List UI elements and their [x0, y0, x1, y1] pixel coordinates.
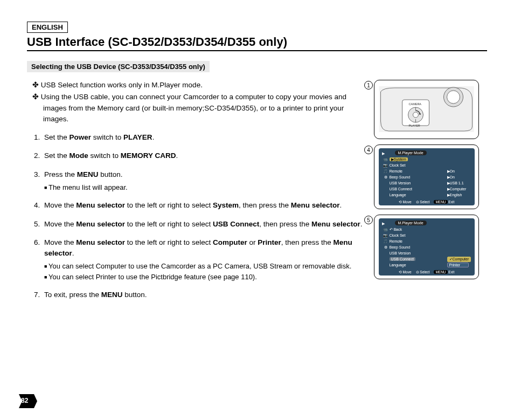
select-hint: ⊙ Select	[416, 200, 430, 204]
menu-item-label: USB Version	[390, 181, 411, 185]
menu-item-label: ↶ Back	[390, 228, 402, 231]
svg-point-2	[447, 91, 460, 104]
menu-item-icon: ⚙	[382, 175, 390, 180]
menu-item-label: Beep Sound	[390, 175, 411, 179]
step-6-note: You can select Computer to use the Camco…	[44, 261, 366, 272]
exit-hint: MENU Exit	[434, 200, 454, 204]
menu-item-label: Beep Sound	[390, 245, 411, 249]
menu-item-value: ▶Computer	[447, 187, 471, 191]
menu-item-value: ▶USB 1.1	[447, 181, 471, 185]
play-icon: ▶	[382, 222, 385, 226]
menu-footer: ⟲ Move ⊙ Select MENU Exit	[382, 200, 471, 204]
menu-item: 📹↶ Back	[382, 226, 471, 232]
move-hint: ⟲ Move	[399, 270, 412, 274]
player-label: PLAYER	[409, 124, 420, 127]
menu-item-value: ▶English	[447, 193, 471, 197]
camera-label: CAMERA	[409, 102, 422, 106]
menu-item: USB Version	[382, 250, 471, 256]
language-badge: ENGLISH	[27, 22, 68, 33]
menu-item-icon: 🎵	[382, 169, 390, 174]
menu-item-icon: 📹	[382, 157, 390, 162]
section-subheading: Selecting the USB Device (SC-D353/D354/D…	[27, 61, 210, 72]
step-3: Press the MENU button. The menu list wil…	[42, 169, 366, 193]
svg-point-5	[413, 112, 419, 118]
menu-item-label: Clock Set	[390, 163, 406, 167]
menu-mode-title: M.Player Mode	[395, 150, 427, 155]
menu-item: USB Connect✓Computer	[382, 256, 471, 262]
menu-item-icon: 📷	[382, 233, 390, 238]
menu-item: ⚙Beep Sound▶On	[382, 174, 471, 180]
page-number-badge: 82	[19, 394, 37, 408]
menu-item-value: ▶On	[447, 175, 471, 180]
menu-item: 📷Clock Set	[382, 162, 471, 168]
intro-bullets: USB Select function works only in M.Play…	[32, 80, 366, 125]
menu-item-label: Language	[390, 193, 406, 197]
figure-5: 5 ▶M.Player Mode 📹↶ Back📷Clock Set🎵Remot…	[374, 215, 487, 279]
menu-item: LanguagePrinter	[382, 262, 471, 268]
menu-item-value: ▶On	[447, 169, 471, 174]
menu-item-label: Remote	[390, 239, 403, 243]
play-icon: ▶	[382, 152, 385, 156]
page-title: USB Interface (SC-D352/D353/D354/D355 on…	[27, 35, 487, 51]
step-3-note: The menu list will appear.	[44, 182, 366, 193]
menu-screen-5: ▶M.Player Mode 📹↶ Back📷Clock Set🎵Remote⚙…	[379, 218, 475, 276]
menu-item: USB Version▶USB 1.1	[382, 180, 471, 186]
step-4: Move the Menu selector to the left or ri…	[42, 200, 366, 211]
bullet-item: Using the USB cable, you can connect you…	[32, 92, 366, 125]
menu-item-label: ▶System	[390, 157, 408, 161]
menu-item-label: Remote	[390, 169, 403, 173]
figure-column: 1 CAMERA PLAYER	[374, 80, 487, 308]
menu-item: ⚙Beep Sound	[382, 244, 471, 250]
move-hint: ⟲ Move	[399, 200, 412, 204]
camcorder-diagram: CAMERA PLAYER	[378, 84, 475, 135]
step-5: Move the Menu selector to the left or ri…	[42, 219, 366, 230]
menu-item-icon: 📹	[382, 228, 390, 232]
figure-1: 1 CAMERA PLAYER	[374, 80, 487, 139]
menu-item-icon: 🎵	[382, 239, 390, 244]
step-list: Set the Power switch to PLAYER. Set the …	[32, 132, 366, 301]
menu-item: 🎵Remote	[382, 238, 471, 244]
menu-item: USB Connect▶Computer	[382, 186, 471, 192]
menu-item-label: USB Connect	[390, 187, 412, 191]
menu-item: 🎵Remote▶On	[382, 168, 471, 174]
menu-item-label: Language	[390, 263, 406, 267]
figure-number-1: 1	[364, 81, 373, 89]
step-1: Set the Power switch to PLAYER.	[42, 132, 366, 143]
menu-item-label: USB Version	[390, 251, 411, 255]
instruction-text: USB Select function works only in M.Play…	[27, 80, 366, 308]
figure-number-4: 4	[364, 146, 373, 154]
menu-footer: ⟲ Move ⊙ Select MENU Exit	[382, 270, 471, 274]
menu-screen-4: ▶M.Player Mode 📹▶System📷Clock Set🎵Remote…	[379, 148, 475, 205]
menu-mode-title: M.Player Mode	[395, 221, 427, 225]
menu-item-value: ✓Computer	[447, 257, 471, 262]
step-7: To exit, press the MENU button.	[42, 290, 366, 300]
menu-item: 📷Clock Set	[382, 232, 471, 238]
menu-item-label: Clock Set	[390, 233, 406, 237]
figure-4: 4 ▶M.Player Mode 📹▶System📷Clock Set🎵Remo…	[374, 144, 487, 209]
step-6-note: You can select Printer to use the Pictbr…	[44, 272, 366, 283]
menu-item-value: Printer	[447, 263, 471, 267]
select-hint: ⊙ Select	[416, 270, 430, 274]
figure-number-5: 5	[364, 216, 373, 224]
exit-hint: MENU Exit	[434, 270, 454, 274]
menu-item-label: USB Connect	[390, 257, 415, 261]
step-2: Set the Mode switch to MEMORY CARD.	[42, 150, 366, 161]
bullet-item: USB Select function works only in M.Play…	[32, 80, 366, 91]
step-6: Move the Menu selector to the left or ri…	[42, 237, 366, 283]
menu-item: 📹▶System	[382, 156, 471, 162]
menu-item-icon: 📷	[382, 163, 390, 168]
menu-item: Language▶English	[382, 192, 471, 198]
menu-item-icon: ⚙	[382, 245, 390, 250]
